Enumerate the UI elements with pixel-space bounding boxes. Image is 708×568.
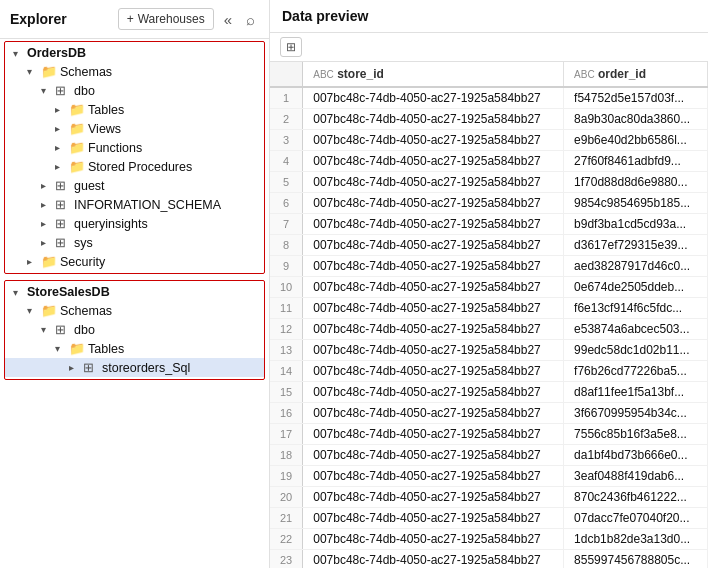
store-id-type: ABC — [313, 69, 334, 80]
table-row: 17 007bc48c-74db-4050-ac27-1925a584bb27 … — [270, 424, 708, 445]
store-id-cell: 007bc48c-74db-4050-ac27-1925a584bb27 — [303, 466, 564, 487]
table-row: 7 007bc48c-74db-4050-ac27-1925a584bb27 b… — [270, 214, 708, 235]
order-id-cell: e53874a6abcec503... — [564, 319, 708, 340]
table-row: 3 007bc48c-74db-4050-ac27-1925a584bb27 e… — [270, 130, 708, 151]
table-row: 10 007bc48c-74db-4050-ac27-1925a584bb27 … — [270, 277, 708, 298]
table-row: 11 007bc48c-74db-4050-ac27-1925a584bb27 … — [270, 298, 708, 319]
row-number-cell: 20 — [270, 487, 303, 508]
table-row: 6 007bc48c-74db-4050-ac27-1925a584bb27 9… — [270, 193, 708, 214]
stored-procedures-label: Stored Procedures — [88, 160, 192, 174]
order-id-cell: 99edc58dc1d02b11... — [564, 340, 708, 361]
warehouses-button[interactable]: + Warehouses — [118, 8, 214, 30]
ordersdb-item[interactable]: ▾ OrdersDB — [5, 44, 264, 62]
order-id-cell: 27f60f8461adbfd9... — [564, 151, 708, 172]
store-id-cell: 007bc48c-74db-4050-ac27-1925a584bb27 — [303, 340, 564, 361]
order-id-cell: 855997456788805c... — [564, 550, 708, 569]
table-row: 4 007bc48c-74db-4050-ac27-1925a584bb27 2… — [270, 151, 708, 172]
sidebar-title: Explorer — [10, 11, 67, 27]
plus-icon: + — [127, 12, 134, 26]
row-number-cell: 23 — [270, 550, 303, 569]
information-schema-item[interactable]: ▸ ⊞ INFORMATION_SCHEMA — [5, 195, 264, 214]
data-preview-table-container[interactable]: ABC store_id ABC order_id 1 007bc48c-74d… — [270, 62, 708, 568]
folder-icon: 📁 — [69, 121, 85, 136]
chevron-right-icon: ▸ — [55, 161, 69, 172]
order-id-cell: f76b26cd77226ba5... — [564, 361, 708, 382]
row-number-cell: 2 — [270, 109, 303, 130]
table-body: 1 007bc48c-74db-4050-ac27-1925a584bb27 f… — [270, 87, 708, 568]
sidebar-header: Explorer + Warehouses « ⌕ — [0, 0, 269, 39]
collapse-button[interactable]: « — [220, 9, 236, 30]
chevron-right-icon: ▸ — [41, 199, 55, 210]
search-icon: ⌕ — [246, 11, 255, 28]
order-id-cell: f6e13cf914f6c5fdc... — [564, 298, 708, 319]
table-row: 8 007bc48c-74db-4050-ac27-1925a584bb27 d… — [270, 235, 708, 256]
chevron-down-icon: ▾ — [41, 324, 55, 335]
folder-icon: 📁 — [41, 254, 57, 269]
sys-item[interactable]: ▸ ⊞ sys — [5, 233, 264, 252]
tables-item-storesalesdb[interactable]: ▾ 📁 Tables — [5, 339, 264, 358]
search-button[interactable]: ⌕ — [242, 9, 259, 30]
store-id-cell: 007bc48c-74db-4050-ac27-1925a584bb27 — [303, 277, 564, 298]
grid-icon: ⊞ — [286, 40, 296, 54]
storesalesdb-section-inner: ▾ StoreSalesDB ▾ 📁 Schemas ▾ ⊞ dbo ▾ — [5, 281, 264, 379]
store-id-cell: 007bc48c-74db-4050-ac27-1925a584bb27 — [303, 445, 564, 466]
storeorders-table-item[interactable]: ▸ ⊞ storeorders_Sql — [5, 358, 264, 377]
dbo-item-storesalesdb[interactable]: ▾ ⊞ dbo — [5, 320, 264, 339]
order-id-cell: da1bf4bd73b666e0... — [564, 445, 708, 466]
table-icon: ⊞ — [83, 360, 99, 375]
store-id-cell: 007bc48c-74db-4050-ac27-1925a584bb27 — [303, 403, 564, 424]
table-row: 21 007bc48c-74db-4050-ac27-1925a584bb27 … — [270, 508, 708, 529]
table-row: 13 007bc48c-74db-4050-ac27-1925a584bb27 … — [270, 340, 708, 361]
folder-icon: 📁 — [69, 159, 85, 174]
table-row: 19 007bc48c-74db-4050-ac27-1925a584bb27 … — [270, 466, 708, 487]
table-row: 12 007bc48c-74db-4050-ac27-1925a584bb27 … — [270, 319, 708, 340]
folder-icon: 📁 — [69, 140, 85, 155]
order-id-cell: d3617ef729315e39... — [564, 235, 708, 256]
chevron-down-icon: ▾ — [27, 66, 41, 77]
store-id-cell: 007bc48c-74db-4050-ac27-1925a584bb27 — [303, 298, 564, 319]
table-row: 18 007bc48c-74db-4050-ac27-1925a584bb27 … — [270, 445, 708, 466]
queryinsights-label: queryinsights — [74, 217, 148, 231]
security-item[interactable]: ▸ 📁 Security — [5, 252, 264, 271]
schema-icon: ⊞ — [55, 178, 71, 193]
folder-icon: 📁 — [41, 64, 57, 79]
main-panel: Data preview ⊞ ABC store_id ABC order_id — [270, 0, 708, 568]
sidebar: Explorer + Warehouses « ⌕ ▾ OrdersDB — [0, 0, 270, 568]
row-number-cell: 15 — [270, 382, 303, 403]
tables-item-dbo-ordersdb[interactable]: ▸ 📁 Tables — [5, 100, 264, 119]
views-item[interactable]: ▸ 📁 Views — [5, 119, 264, 138]
row-number-cell: 8 — [270, 235, 303, 256]
row-number-cell: 5 — [270, 172, 303, 193]
tables-label-storesales: Tables — [88, 342, 124, 356]
store-id-cell: 007bc48c-74db-4050-ac27-1925a584bb27 — [303, 235, 564, 256]
schema-icon: ⊞ — [55, 322, 71, 337]
sidebar-content: ▾ OrdersDB ▾ 📁 Schemas ▾ ⊞ dbo ▸ — [0, 39, 269, 568]
sys-label: sys — [74, 236, 93, 250]
row-number-cell: 18 — [270, 445, 303, 466]
schemas-label-storesales: Schemas — [60, 304, 112, 318]
store-id-cell: 007bc48c-74db-4050-ac27-1925a584bb27 — [303, 109, 564, 130]
stored-procedures-item[interactable]: ▸ 📁 Stored Procedures — [5, 157, 264, 176]
store-id-cell: 007bc48c-74db-4050-ac27-1925a584bb27 — [303, 319, 564, 340]
row-number-cell: 11 — [270, 298, 303, 319]
grid-view-button[interactable]: ⊞ — [280, 37, 302, 57]
schemas-item-ordersdb[interactable]: ▾ 📁 Schemas — [5, 62, 264, 81]
storesalesdb-item[interactable]: ▾ StoreSalesDB — [5, 283, 264, 301]
order-id-cell: 1dcb1b82de3a13d0... — [564, 529, 708, 550]
store-id-cell: 007bc48c-74db-4050-ac27-1925a584bb27 — [303, 193, 564, 214]
chevron-down-icon: ▾ — [27, 305, 41, 316]
chevron-right-icon: ▸ — [55, 123, 69, 134]
schemas-item-storesalesdb[interactable]: ▾ 📁 Schemas — [5, 301, 264, 320]
store-id-cell: 007bc48c-74db-4050-ac27-1925a584bb27 — [303, 508, 564, 529]
table-row: 9 007bc48c-74db-4050-ac27-1925a584bb27 a… — [270, 256, 708, 277]
queryinsights-item[interactable]: ▸ ⊞ queryinsights — [5, 214, 264, 233]
dbo-item-ordersdb[interactable]: ▾ ⊞ dbo — [5, 81, 264, 100]
row-number-cell: 9 — [270, 256, 303, 277]
functions-item[interactable]: ▸ 📁 Functions — [5, 138, 264, 157]
store-id-cell: 007bc48c-74db-4050-ac27-1925a584bb27 — [303, 151, 564, 172]
chevron-down-icon: ▾ — [13, 287, 27, 298]
schema-icon: ⊞ — [55, 235, 71, 250]
order-id-cell: 07dacc7fe07040f20... — [564, 508, 708, 529]
guest-item[interactable]: ▸ ⊞ guest — [5, 176, 264, 195]
order-id-cell: d8af11fee1f5a13bf... — [564, 382, 708, 403]
